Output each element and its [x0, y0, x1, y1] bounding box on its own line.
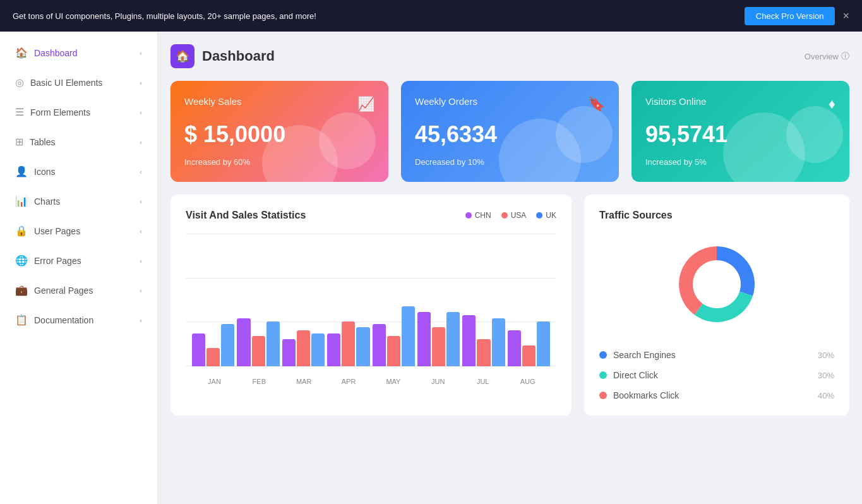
chart-panel: Visit And Sales Statistics CHN USA UK JA — [171, 195, 572, 416]
banner-close-button[interactable]: × — [842, 9, 849, 23]
legend-item-chn: CHN — [465, 211, 491, 220]
traffic-dot-direct-click — [599, 371, 607, 379]
chart-title: Visit And Sales Statistics — [186, 210, 306, 221]
sidebar-item-error-pages[interactable]: 🌐 Error Pages ‹ — [0, 246, 157, 275]
sidebar-label-dashboard: Dashboard — [34, 48, 78, 58]
bar-feb-1 — [252, 336, 265, 366]
sidebar-item-left: 🔒 User Pages — [15, 225, 80, 237]
bar-aug-1 — [522, 345, 536, 366]
stat-card-weekly-orders: Weekly Orders 🔖 45,6334 Decreased by 10% — [401, 81, 619, 182]
bar-group-jun — [417, 312, 460, 366]
sidebar-item-left: 🌐 Error Pages — [15, 255, 81, 267]
legend-dot-usa — [501, 212, 508, 219]
legend-label-uk: UK — [546, 211, 556, 220]
x-label-jan: JAN — [192, 378, 237, 385]
stat-card-weekly-sales: Weekly Sales 📈 $ 15,0000 Increased by 60… — [171, 81, 388, 182]
sidebar-label-general-pages: General Pages — [34, 285, 93, 296]
card-icon-visitors-online: ♦ — [829, 96, 835, 112]
sidebar-label-icons: Icons — [34, 167, 55, 177]
bar-group-aug — [508, 321, 550, 366]
x-label-may: MAY — [371, 378, 416, 385]
sidebar-icon-basic-ui: ◎ — [15, 76, 24, 88]
sidebar-item-left: 💼 General Pages — [15, 284, 93, 296]
sidebar-item-left: 📊 Charts — [15, 195, 60, 207]
page-header-left: 🏠 Dashboard — [171, 44, 275, 68]
legend-dot-chn — [465, 212, 472, 219]
sidebar-icon-dashboard: 🏠 — [15, 47, 28, 59]
traffic-dot-bookmarks-click — [599, 392, 607, 399]
top-banner: Get tons of UI components, Plugins, mult… — [0, 0, 862, 32]
x-label-feb: FEB — [237, 378, 282, 385]
chart-header: Visit And Sales Statistics CHN USA UK — [186, 210, 556, 221]
sidebar-item-user-pages[interactable]: 🔒 User Pages ‹ — [0, 216, 157, 246]
card-label-weekly-orders: Weekly Orders — [415, 96, 477, 107]
sidebar-chevron-tables: ‹ — [140, 138, 142, 146]
sidebar-item-basic-ui[interactable]: ◎ Basic UI Elements ‹ — [0, 68, 157, 97]
bar-group-jan — [192, 324, 234, 366]
bar-jan-0 — [192, 333, 205, 366]
banner-text: Get tons of UI components, Plugins, mult… — [13, 11, 316, 21]
bar-may-2 — [402, 306, 415, 366]
sidebar-item-left: 📋 Documentation — [15, 314, 93, 326]
card-value-weekly-orders: 45,6334 — [415, 121, 605, 148]
sidebar-item-form-elements[interactable]: ☰ Form Elements ‹ — [0, 97, 157, 127]
bar-feb-0 — [237, 318, 250, 366]
sidebar-chevron-user-pages: ‹ — [140, 227, 142, 235]
sidebar-chevron-basic-ui: ‹ — [140, 79, 142, 87]
x-label-mar: MAR — [282, 378, 326, 385]
bar-apr-2 — [356, 327, 369, 366]
overview-link[interactable]: Overview ⓘ — [805, 51, 849, 62]
x-label-jun: JUN — [416, 378, 460, 385]
donut-chart — [666, 234, 767, 335]
bar-jul-2 — [492, 318, 505, 366]
sidebar-item-tables[interactable]: ⊞ Tables ‹ — [0, 127, 157, 157]
x-labels: JANFEBMARAPRMAYJUNJULAUG — [186, 378, 556, 385]
bar-mar-2 — [311, 333, 325, 366]
bar-feb-2 — [266, 321, 280, 366]
sidebar-chevron-charts: ‹ — [140, 198, 142, 205]
sidebar: 🏠 Dashboard ‹ ◎ Basic UI Elements ‹ ☰ Fo… — [0, 32, 158, 504]
bar-group-jul — [462, 315, 505, 366]
card-value-weekly-sales: $ 15,0000 — [184, 121, 374, 148]
donut-segment-bookmarks-click — [679, 246, 717, 315]
sidebar-icon-icons: 👤 — [15, 165, 28, 177]
sidebar-item-left: ⊞ Tables — [15, 136, 55, 148]
sidebar-chevron-documentation: ‹ — [140, 316, 142, 324]
card-top: Weekly Sales 📈 — [184, 96, 374, 112]
sidebar-chevron-error-pages: ‹ — [140, 257, 142, 265]
legend-dot-uk — [536, 212, 542, 219]
traffic-pct-direct-click: 30% — [818, 371, 834, 380]
sidebar-item-general-pages[interactable]: 💼 General Pages ‹ — [0, 275, 157, 305]
bottom-panels: Visit And Sales Statistics CHN USA UK JA — [171, 195, 849, 416]
bar-apr-0 — [327, 333, 340, 366]
sidebar-item-dashboard[interactable]: 🏠 Dashboard ‹ — [0, 38, 157, 68]
sidebar-icon-general-pages: 💼 — [15, 284, 28, 296]
sidebar-item-documentation[interactable]: 📋 Documentation ‹ — [0, 305, 157, 335]
x-label-jul: JUL — [460, 378, 505, 385]
traffic-item-search-engines: Search Engines 30% — [599, 350, 834, 360]
sidebar-label-basic-ui: Basic UI Elements — [30, 78, 102, 88]
page-title: Dashboard — [202, 48, 275, 64]
card-footer-visitors-online: Increased by 5% — [645, 157, 835, 167]
card-label-weekly-sales: Weekly Sales — [184, 96, 242, 107]
bar-mar-0 — [282, 339, 296, 366]
main-content: 🏠 Dashboard Overview ⓘ Weekly Sales 📈 $ … — [158, 32, 862, 504]
donut-segment-search-engines — [717, 246, 755, 296]
sidebar-item-left: 👤 Icons — [15, 165, 55, 177]
bar-jan-2 — [221, 324, 234, 366]
legend-item-usa: USA — [501, 211, 527, 220]
sidebar-item-charts[interactable]: 📊 Charts ‹ — [0, 186, 157, 216]
traffic-item-left: Bookmarks Click — [599, 390, 679, 400]
sidebar-item-icons[interactable]: 👤 Icons ‹ — [0, 157, 157, 186]
bar-group-feb — [237, 318, 279, 366]
bar-jun-2 — [446, 312, 460, 366]
card-label-visitors-online: Visitors Online — [645, 96, 706, 107]
sidebar-label-charts: Charts — [34, 196, 60, 207]
card-value-visitors-online: 95,5741 — [645, 121, 835, 148]
card-footer-weekly-sales: Increased by 60% — [184, 157, 374, 167]
sidebar-label-tables: Tables — [30, 137, 55, 147]
sidebar-icon-form-elements: ☰ — [15, 106, 24, 118]
stat-cards: Weekly Sales 📈 $ 15,0000 Increased by 60… — [171, 81, 849, 182]
sidebar-chevron-form-elements: ‹ — [140, 109, 142, 116]
check-pro-button[interactable]: Check Pro Version — [745, 7, 835, 25]
